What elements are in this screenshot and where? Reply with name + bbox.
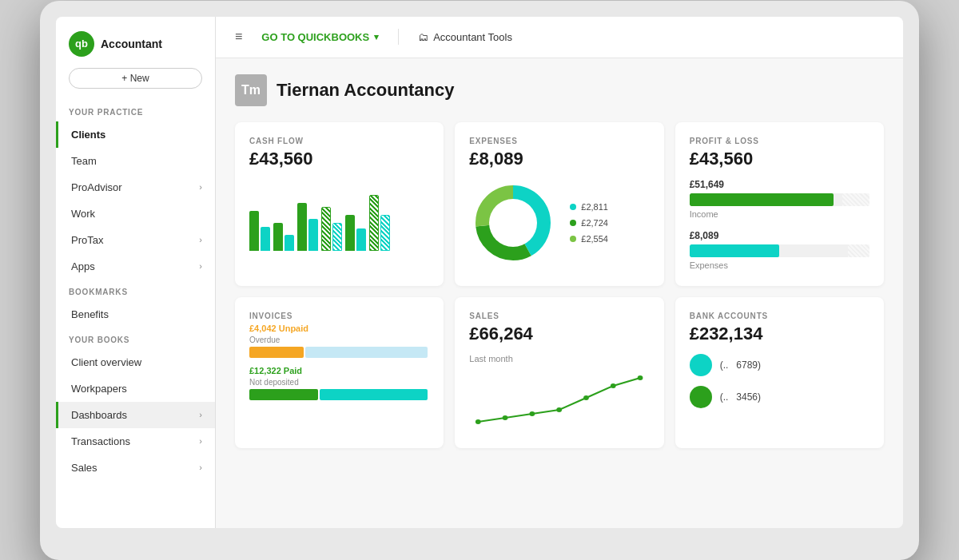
bank-account-item-1: (..6789) (690, 354, 869, 376)
card-profit-loss: PROFIT & LOSS £43,560 £51,649 (675, 122, 884, 286)
sales-dot-5 (583, 395, 589, 400)
legend-dot-1 (570, 204, 576, 210)
paid-bar (249, 389, 429, 400)
sidebar-item-benefits[interactable]: Benefits (56, 301, 215, 328)
sales-value: £66,264 (469, 324, 649, 344)
pl-income-hatch (842, 193, 869, 206)
card-sales: SALES £66,264 Last month (455, 297, 663, 448)
legend-item-2: £2,724 (570, 218, 608, 228)
invoice-unpaid-row: £4,042 Unpaid Overdue (249, 324, 429, 358)
sidebar-item-dashboards[interactable]: Dashboards › (56, 402, 215, 428)
logo-area: qb Accountant (56, 17, 215, 68)
goto-quickbooks-chevron: ▾ (374, 32, 379, 42)
menu-icon[interactable]: ≡ (235, 30, 242, 44)
sidebar-item-clients[interactable]: Clients (56, 121, 215, 148)
bar3a (297, 203, 307, 251)
page-title: Tiernan Accountancy (277, 80, 455, 101)
pl-rows: £51,649 Income £8,089 (690, 179, 869, 272)
sales-chart (469, 370, 649, 434)
overdue-bar-orange (249, 347, 304, 358)
overdue-bar-blue (305, 347, 428, 358)
qb-logo-icon: qb (69, 31, 94, 57)
sidebar-item-sales[interactable]: Sales › (56, 455, 215, 481)
unpaid-amount: £4,042 (249, 324, 277, 333)
main-content: ≡ GO TO QUICKBOOKS ▾ 🗂 Accountant Tools … (216, 17, 903, 528)
sidebar-item-workpapers[interactable]: Workpapers (56, 375, 215, 402)
legend-dot-3 (570, 236, 576, 242)
bank-account-item-2: (..3456) (690, 386, 869, 408)
sidebar-item-proadvisor[interactable]: ProAdvisor › (56, 174, 215, 201)
card-bank-accounts: BANK ACCOUNTS £232,134 (..6789) (..3456) (675, 297, 884, 448)
paid-bar-green (249, 389, 318, 400)
pl-expenses-row: £8,089 Expenses (690, 230, 869, 272)
bank-accounts-label: BANK ACCOUNTS (690, 312, 869, 320)
sidebar-item-client-overview[interactable]: Client overview (56, 349, 215, 375)
bank-account-label-2: (.. (720, 391, 729, 403)
cash-flow-chart (249, 179, 429, 251)
protax-chevron: › (199, 235, 202, 244)
accountant-tools-label: Accountant Tools (433, 31, 512, 43)
page-icon: Tm (235, 74, 267, 106)
card-cash-flow: CASH FLOW £43,560 (235, 122, 444, 286)
sidebar-item-protax[interactable]: ProTax › (56, 227, 215, 253)
legend-label-1: £2,811 (581, 202, 608, 212)
new-button[interactable]: + New (69, 68, 202, 89)
logo-title: Accountant (101, 38, 162, 50)
legend-label-3: £2,554 (581, 234, 608, 244)
sales-dot-4 (557, 407, 563, 412)
laptop-frame: qb Accountant + New YOUR PRACTICE Client… (40, 1, 919, 560)
legend-item-3: £2,554 (570, 234, 608, 244)
content-area: Tm Tiernan Accountancy CASH FLOW £43,560 (216, 58, 903, 528)
sales-label: SALES (469, 312, 649, 320)
expenses-label: EXPENSES (469, 137, 649, 145)
sidebar-item-work[interactable]: Work (56, 201, 215, 227)
sidebar-item-transactions[interactable]: Transactions › (56, 428, 215, 455)
pl-income-value: £51,649 (690, 179, 724, 190)
invoice-paid-row: £12,322 Paid Not deposited (249, 366, 429, 400)
bar4b (332, 223, 342, 251)
goto-quickbooks-button[interactable]: GO TO QUICKBOOKS ▾ (261, 31, 379, 43)
bookmarks-section: BOOKMARKS (56, 280, 215, 301)
expenses-value: £8,089 (469, 149, 649, 169)
bar6b (380, 215, 390, 251)
tools-icon: 🗂 (418, 31, 428, 43)
dashboard-grid: CASH FLOW £43,560 (235, 122, 884, 448)
proadvisor-chevron: › (199, 182, 202, 192)
legend-dot-2 (570, 220, 576, 226)
overdue-bar (249, 347, 429, 358)
sidebar-item-team[interactable]: Team (56, 148, 215, 174)
pl-income-row: £51,649 Income (690, 179, 869, 220)
bar4a (321, 207, 331, 251)
legend-item-1: £2,811 (570, 202, 608, 212)
overdue-label: Overdue (249, 336, 429, 344)
pl-income-bar-track (690, 193, 869, 206)
sales-subtitle: Last month (469, 354, 649, 363)
bar2a (273, 223, 283, 251)
page-header: Tm Tiernan Accountancy (235, 74, 884, 106)
bar5a (345, 215, 355, 251)
donut-chart (469, 179, 557, 267)
topbar-divider (398, 29, 399, 45)
paid-bar-teal (320, 389, 428, 400)
pl-expenses-hatch (848, 244, 869, 257)
sidebar-item-apps[interactable]: Apps › (56, 253, 215, 280)
sales-line (479, 378, 641, 422)
invoices-label: INVOICES (249, 312, 429, 320)
pl-expenses-bar-track (690, 244, 869, 257)
pl-expenses-bar (690, 244, 780, 257)
dashboards-chevron: › (199, 410, 202, 419)
bar3b (308, 219, 318, 251)
sales-chevron: › (199, 463, 202, 472)
bank-dot-teal (690, 354, 712, 376)
accountant-tools-button[interactable]: 🗂 Accountant Tools (418, 31, 512, 43)
paid-status: Paid (284, 366, 302, 375)
bar6a (369, 195, 379, 251)
sales-dot-2 (503, 415, 508, 420)
your-books-section: YOUR BOOKS (56, 328, 215, 349)
bar1b (261, 227, 270, 251)
transactions-chevron: › (199, 436, 202, 446)
cash-flow-value: £43,560 (249, 149, 429, 169)
bar2b (285, 235, 294, 251)
bank-accounts-value: £232,134 (690, 324, 869, 344)
bank-account-label-1: (.. (720, 359, 729, 371)
